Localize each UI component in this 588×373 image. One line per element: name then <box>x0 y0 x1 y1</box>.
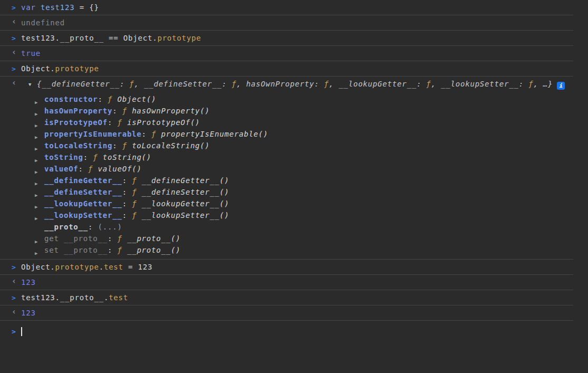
token-plain: = {} <box>75 3 99 12</box>
token-muted: __proto__ <box>64 234 108 243</box>
token-prop: prototype <box>55 64 99 73</box>
token-key: __lookupGetter__ <box>44 199 122 208</box>
token-pv: , __defineSetter__: <box>134 80 232 88</box>
token-sig: valueOf() <box>98 165 142 173</box>
object-property-row[interactable]: ▶__lookupGetter__: ƒ __lookupGetter__() <box>0 198 573 209</box>
object-property-tree: ▶constructor: ƒ Object()▶hasOwnProperty:… <box>0 92 573 259</box>
input-echo-line: >test123.__proto__.test <box>0 290 573 305</box>
disclosure-triangle-expanded-icon[interactable]: ▼ <box>28 80 37 89</box>
disclosure-triangle-collapsed-icon[interactable]: ▶ <box>35 247 38 259</box>
console-input-entry: >var test123 = {} <box>0 0 573 15</box>
console-input-entry: >Object.prototype.test = 123 <box>0 260 573 275</box>
console-object-result-entry: ‹▼{__defineGetter__: ƒ, __defineSetter__… <box>0 76 573 260</box>
token-prop: prototype <box>55 263 99 271</box>
token-f: ƒ <box>132 176 141 185</box>
input-echo-line: >test123.__proto__ == Object.prototype <box>0 31 573 45</box>
token-sig: toString() <box>103 153 151 161</box>
token-plain: : <box>122 188 132 196</box>
token-plain: test123.__proto__ == Object. <box>21 34 157 42</box>
token-plain: : <box>88 223 98 231</box>
object-property-row[interactable]: ▶toString: ƒ toString() <box>0 151 573 163</box>
token-pv: {__defineGetter__: <box>37 80 129 88</box>
token-def: test123 <box>41 3 75 12</box>
input-chevron-icon: > <box>12 3 16 12</box>
token-f: ƒ <box>122 141 132 150</box>
devtools-dark-background: { "icons": { "input_chevron": ">", "resu… <box>0 0 588 373</box>
token-plain: = 123 <box>123 263 152 271</box>
result-line: ‹true <box>0 46 573 61</box>
token-value: 123 <box>21 278 36 286</box>
token-plain: : <box>108 234 117 243</box>
token-plain: : <box>142 130 151 138</box>
token-sig: __defineSetter__() <box>142 188 229 196</box>
token-key: __defineSetter__ <box>44 188 122 196</box>
token-key: hasOwnProperty <box>44 107 112 115</box>
token-key: toString <box>44 153 83 161</box>
token-plain: : <box>98 95 108 103</box>
result-chevron-icon: ‹ <box>12 17 17 26</box>
token-f: ƒ <box>117 234 127 243</box>
input-chevron-icon: > <box>12 293 16 302</box>
result-line: ‹undefined <box>0 15 573 30</box>
token-sig: __proto__() <box>127 234 181 243</box>
object-property-row[interactable]: ▶set __proto__: ƒ __proto__() <box>0 244 573 256</box>
input-chevron-icon: > <box>12 263 16 272</box>
info-icon[interactable]: i <box>557 82 565 90</box>
console-entries: >var test123 = {}‹undefined>test123.__pr… <box>0 0 573 321</box>
object-property-row[interactable]: ▶propertyIsEnumerable: ƒ propertyIsEnume… <box>0 128 573 140</box>
object-property-row[interactable]: ▶__lookupSetter__: ƒ __lookupSetter__() <box>0 209 573 221</box>
token-pvf: ƒ <box>528 80 533 88</box>
token-sig: isPrototypeOf() <box>127 118 200 127</box>
token-key: toLocaleString <box>44 141 112 150</box>
token-plain: : <box>108 118 117 127</box>
object-property-row[interactable]: ▶toLocaleString: ƒ toLocaleString() <box>0 140 573 151</box>
result-chevron-icon: ‹ <box>12 79 17 88</box>
input-echo-line: >var test123 = {} <box>0 0 573 15</box>
token-pv: , __lookupGetter__: <box>329 80 427 88</box>
input-chevron-icon: > <box>12 64 16 73</box>
token-dim: set <box>44 246 64 254</box>
console-result-entry: ‹true <box>0 46 573 61</box>
token-key: __lookupSetter__ <box>44 211 122 219</box>
text-caret <box>21 327 22 336</box>
object-property-row[interactable]: ▶__defineSetter__: ƒ __defineSetter__() <box>0 186 573 198</box>
token-sig: toLocaleString() <box>132 141 210 150</box>
token-keyplain: __proto__ <box>44 223 88 231</box>
token-pv: , hasOwnProperty: <box>236 80 324 88</box>
token-key: constructor <box>44 95 98 103</box>
console-result-entry: ‹undefined <box>0 15 573 31</box>
token-f: ƒ <box>132 199 141 208</box>
token-muted: __proto__ <box>64 246 108 254</box>
object-property-row[interactable]: ▶valueOf: ƒ valueOf() <box>0 163 573 175</box>
object-property-row[interactable]: ▶hasOwnProperty: ƒ hasOwnProperty() <box>0 105 573 117</box>
object-property-row[interactable]: ▶get __proto__: ƒ __proto__() <box>0 233 573 244</box>
token-f: ƒ <box>117 246 127 254</box>
token-f: ƒ <box>151 130 161 138</box>
token-plain: test123.__proto__. <box>21 293 109 302</box>
console-input-entry: >Object.prototype <box>0 61 573 76</box>
console-input-entry: >test123.__proto__.test <box>0 290 573 305</box>
token-plain: : <box>83 153 93 161</box>
input-echo-line: >Object.prototype.test = 123 <box>0 260 573 274</box>
token-f: ƒ <box>122 107 132 115</box>
token-sig: __proto__() <box>127 246 181 254</box>
token-dim: get <box>44 234 64 243</box>
object-property-row[interactable]: ▶isPrototypeOf: ƒ isPrototypeOf() <box>0 117 573 128</box>
token-plain: . <box>99 263 104 271</box>
console-result-entry: ‹123 <box>0 305 573 321</box>
token-sig: __lookupGetter__() <box>142 199 229 208</box>
console-prompt[interactable]: > <box>0 321 573 340</box>
token-dots[interactable]: (...) <box>98 223 122 231</box>
console-result-entry: ‹123 <box>0 275 573 290</box>
token-plain <box>36 3 41 12</box>
token-pvf: ƒ <box>129 80 134 88</box>
object-property-row[interactable]: ▶constructor: ƒ Object() <box>0 93 573 105</box>
token-sig: Object() <box>117 95 156 103</box>
token-sig: __defineGetter__() <box>142 176 229 185</box>
token-f: ƒ <box>117 118 127 127</box>
token-f: ƒ <box>88 165 98 173</box>
token-pv: , __lookupSetter__: <box>431 80 529 88</box>
token-plain: : <box>112 107 122 115</box>
token-sig: propertyIsEnumerable() <box>161 130 268 138</box>
object-property-row[interactable]: ▶__defineGetter__: ƒ __defineGetter__() <box>0 175 573 186</box>
